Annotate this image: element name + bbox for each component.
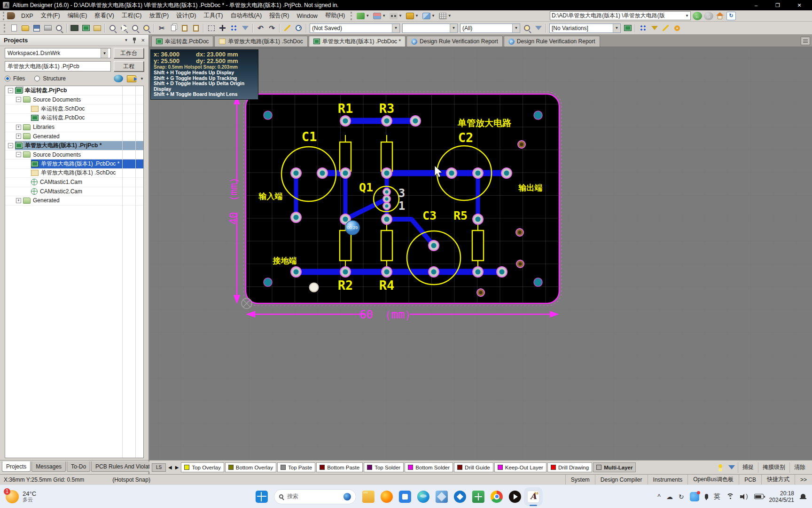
search-input[interactable]: 搜索 — [274, 489, 356, 504]
menu-item-9[interactable]: 报告(R) — [265, 10, 293, 21]
differential-pair-button[interactable] — [660, 23, 671, 33]
layer-sets-button[interactable]: LS — [152, 463, 166, 472]
close-button[interactable]: ✕ — [789, 0, 809, 10]
layer-tab-8[interactable]: Drill Drawing — [547, 462, 592, 472]
workspace-combo[interactable]: Workspace1.DsnWrk▼ — [5, 48, 111, 58]
layer-tab-7[interactable]: Keep-Out Layer — [494, 462, 547, 472]
pcb-silkscreen-label[interactable]: 接地端 — [273, 256, 297, 265]
pin-icon[interactable] — [133, 38, 136, 43]
forward-button[interactable]: → — [704, 12, 713, 20]
layer-tab-5[interactable]: Bottom Solder — [405, 462, 453, 472]
pcb-silkscreen-label[interactable]: 输出端 — [518, 183, 543, 192]
interactive-routing-button[interactable] — [638, 23, 648, 33]
mask-dots-icon[interactable] — [718, 464, 726, 471]
tree-expander[interactable]: − — [8, 143, 13, 148]
battery-icon[interactable] — [754, 494, 764, 499]
pcb-silkscreen-label[interactable]: R5 — [453, 209, 468, 222]
pcb-resistor-outline[interactable] — [340, 142, 351, 171]
address-bar[interactable]: D:\AD\单管放大电路(版本1) \单管放大电路(版▼ — [550, 11, 691, 20]
pcb-silkscreen-label[interactable]: 输入端 — [258, 191, 283, 201]
workspace-button[interactable]: 工作台 — [114, 48, 144, 58]
cube-app-icon[interactable] — [436, 491, 448, 503]
scroll-right-icon[interactable]: ▶ — [174, 465, 180, 470]
layer-tab-6[interactable]: Drill Guide — [454, 462, 493, 472]
layerbar-button-1[interactable]: 掩膜级别 — [758, 462, 789, 473]
tab-list-icon[interactable] — [801, 37, 810, 45]
taskbar-clock[interactable]: 20:18 2024/5/21 — [769, 490, 794, 503]
file-explorer-icon[interactable] — [362, 491, 375, 503]
zoom-area-button[interactable] — [118, 23, 129, 33]
pcb-resistor-outline[interactable] — [381, 230, 392, 261]
zoom-filter-button[interactable] — [141, 23, 152, 33]
pcb-mounting-hole[interactable] — [534, 278, 542, 286]
doc-tab-2[interactable]: 单管放大电路(版本1) .PcbDoc * — [309, 36, 406, 47]
copy-button[interactable] — [168, 23, 179, 33]
home-button[interactable] — [715, 12, 725, 20]
filter-scope-combo[interactable]: ▼ — [402, 24, 458, 33]
pcb-resistor-outline[interactable] — [381, 142, 392, 171]
tray-expand-icon[interactable]: ^ — [657, 493, 661, 500]
pcb-resistor-outline[interactable] — [340, 230, 351, 261]
tree-row[interactable]: − Source Documents — [5, 151, 143, 160]
status-button-3[interactable]: OpenBus调色板 — [687, 475, 739, 484]
bottom-tab-2[interactable]: To-Do — [67, 461, 90, 472]
tree-row[interactable]: 单管放大电路(版本1) .SchDoc — [5, 169, 143, 178]
design-pencil-icon[interactable]: ▼ — [355, 13, 371, 19]
panel-menu-icon[interactable]: ▼ — [124, 38, 128, 42]
pcb-mounting-hole[interactable] — [264, 278, 272, 286]
tree-row[interactable]: − 单管放大电路(版本1) .PrjPcb * — [5, 141, 143, 151]
zoom-fit-button[interactable] — [107, 23, 118, 33]
pcb-silkscreen-label[interactable]: R2 — [338, 278, 353, 293]
time-button[interactable] — [293, 23, 304, 33]
tree-row[interactable]: CAMtastic2.Cam — [5, 187, 143, 197]
layerbar-button-0[interactable]: 捕捉 — [738, 462, 758, 473]
menu-item-11[interactable]: 帮助(H) — [321, 10, 349, 21]
board-shape-dropdown[interactable]: ▼ — [421, 13, 437, 19]
files-radio[interactable] — [5, 76, 10, 81]
menu-item-4[interactable]: 工程(C) — [118, 10, 145, 21]
media-player-icon[interactable] — [509, 491, 521, 503]
pcb-silkscreen-label[interactable]: 1 — [398, 199, 405, 213]
layer-tab-3[interactable]: Bottom Paste — [316, 462, 363, 472]
alignment-button[interactable] — [228, 23, 239, 33]
doc-tab-1[interactable]: 单管放大电路(版本1) .SchDoc — [214, 36, 307, 47]
layer-tab-0[interactable]: Top Overlay — [181, 462, 224, 472]
minimize-button[interactable]: – — [746, 0, 766, 10]
favorites-button[interactable]: ↻ — [726, 12, 736, 20]
project-field[interactable]: 单管放大电路(版本1) .PrjPcb — [5, 61, 111, 71]
qq-icon[interactable] — [690, 492, 699, 501]
toolbar-grip[interactable] — [3, 12, 5, 20]
menu-item-3[interactable]: 察看(V) — [91, 10, 118, 21]
ime-icon[interactable]: 英 — [714, 492, 720, 501]
project-button[interactable]: 工程 — [114, 61, 144, 71]
layer-tab-4[interactable]: Top Solder — [364, 462, 404, 472]
menu-item-7[interactable]: 工具(T) — [200, 10, 226, 21]
navigator-icon[interactable] — [114, 75, 123, 82]
variant-pcb-button[interactable] — [622, 23, 633, 33]
scroll-left-icon[interactable]: ◀ — [167, 465, 173, 470]
menu-item-6[interactable]: 设计(D) — [172, 10, 200, 21]
toolbar-grip[interactable] — [4, 24, 6, 32]
doc-tab-3[interactable]: Design Rule Verification Report — [406, 36, 503, 47]
tree-expander[interactable]: − — [16, 97, 21, 102]
menu-item-0[interactable]: DXP — [17, 11, 37, 21]
print-button[interactable] — [42, 23, 53, 33]
open-project-icon[interactable] — [127, 75, 136, 82]
zoom-selected-button[interactable] — [130, 23, 141, 33]
pcb-mounting-hole[interactable] — [534, 111, 542, 119]
tree-expander[interactable]: + — [16, 134, 21, 139]
filter-zoom-button[interactable] — [522, 23, 532, 33]
pcb-silkscreen-label[interactable]: R3 — [379, 101, 395, 116]
redo-button[interactable]: ↷ — [266, 23, 277, 33]
filter-object-combo[interactable]: (All)▼ — [460, 24, 520, 33]
pcb-silkscreen-label[interactable]: C3 — [422, 209, 437, 222]
tree-row[interactable]: − Source Documents — [5, 95, 143, 105]
weather-widget[interactable]: 1 24°C 多云 — [0, 485, 42, 508]
doc-tab-0[interactable]: 幸运转盘.PcbDoc — [151, 36, 213, 47]
volume-icon[interactable] — [740, 493, 749, 500]
pcb-editor-canvas[interactable]: R1R3C1C2Q1C3R5R2R431输入端输出端接地端单管放大电路 40 （… — [149, 47, 812, 460]
find-tool-dropdown[interactable]: ▼ — [388, 13, 404, 19]
back-button[interactable]: ← — [693, 12, 702, 20]
move-button[interactable] — [217, 23, 228, 33]
pcb-silkscreen-label[interactable]: C2 — [458, 130, 474, 145]
